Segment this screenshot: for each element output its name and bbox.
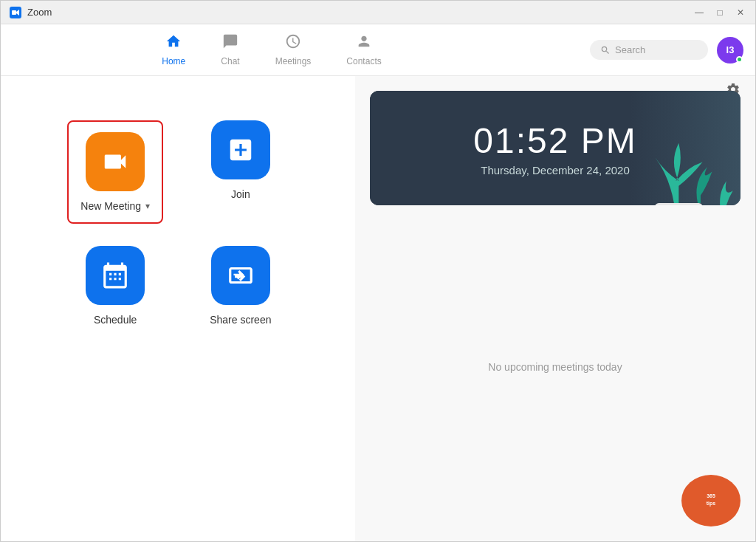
search-box[interactable] (590, 40, 708, 60)
nav-tab-home[interactable]: Home (144, 27, 203, 72)
home-icon (165, 33, 182, 53)
clock-time: 01:52 PM (473, 120, 636, 161)
close-button[interactable]: ✕ (735, 7, 746, 18)
badge-365tips[interactable]: 365 tips (681, 475, 740, 526)
search-input[interactable] (615, 44, 698, 55)
svg-marker-1 (16, 10, 19, 16)
minimize-button[interactable]: — (693, 7, 705, 18)
app-icon (10, 7, 21, 18)
nav-right: I3 (590, 37, 743, 64)
schedule-label: Schedule (94, 314, 137, 326)
nav-tab-chat-label: Chat (221, 56, 239, 66)
svg-rect-0 (12, 10, 16, 15)
online-status-dot (736, 56, 743, 63)
avatar[interactable]: I3 (717, 37, 743, 64)
svg-rect-3 (655, 203, 702, 205)
new-meeting-label-row: New Meeting ▾ (80, 200, 150, 212)
meetings-icon (285, 33, 301, 53)
badge-text: 365 tips (693, 484, 729, 516)
svg-text:tips: tips (707, 501, 716, 507)
new-meeting-button[interactable] (86, 132, 145, 191)
maximize-button[interactable]: □ (714, 7, 726, 18)
window-controls: — □ ✕ (693, 7, 746, 18)
share-screen-label: Share screen (210, 314, 271, 326)
nav-tab-home-label: Home (162, 56, 185, 66)
main-content: New Meeting ▾ Join Schedule (1, 76, 755, 542)
action-grid: New Meeting ▾ Join Schedule (67, 120, 288, 326)
navbar: Home Chat Meetings Contacts (1, 24, 755, 76)
nav-tabs: Home Chat Meetings Contacts (0, 27, 590, 72)
new-meeting-wrapper[interactable]: New Meeting ▾ (67, 120, 163, 224)
app-title: Zoom (27, 7, 693, 18)
dropdown-arrow-icon: ▾ (145, 201, 150, 211)
search-icon (600, 45, 611, 55)
join-label: Join (231, 188, 250, 200)
nav-tab-chat[interactable]: Chat (203, 27, 257, 72)
new-meeting-item[interactable]: New Meeting ▾ (67, 120, 163, 224)
schedule-item[interactable]: Schedule (67, 246, 163, 326)
left-panel: New Meeting ▾ Join Schedule (1, 76, 355, 542)
contacts-icon (356, 33, 372, 53)
share-screen-item[interactable]: Share screen (193, 246, 289, 326)
nav-tab-contacts[interactable]: Contacts (329, 27, 399, 72)
no-meetings-message: No upcoming meetings today (488, 361, 622, 373)
clock-date: Thursday, December 24, 2020 (481, 164, 630, 176)
schedule-button[interactable] (86, 246, 145, 305)
join-button[interactable] (211, 120, 270, 179)
nav-tab-meetings-label: Meetings (275, 56, 312, 66)
join-item[interactable]: Join (193, 120, 289, 200)
meetings-area: No upcoming meetings today (370, 205, 740, 528)
nav-tab-meetings[interactable]: Meetings (258, 27, 329, 72)
title-bar: Zoom — □ ✕ (1, 1, 755, 24)
nav-tab-contacts-label: Contacts (346, 56, 381, 66)
svg-text:365: 365 (707, 493, 715, 498)
share-screen-button[interactable] (211, 246, 270, 305)
clock-banner: 01:52 PM Thursday, December 24, 2020 (370, 91, 740, 205)
new-meeting-label: New Meeting (80, 200, 141, 212)
chat-icon (222, 33, 238, 53)
right-panel: 01:52 PM Thursday, December 24, 2020 No … (355, 76, 755, 542)
